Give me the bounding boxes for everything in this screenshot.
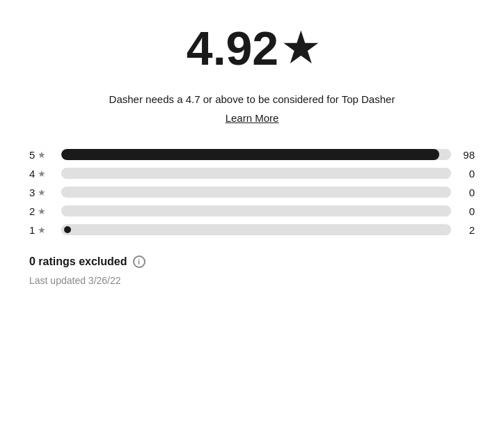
rating-number: 4.92 bbox=[187, 21, 278, 75]
excluded-row: 0 ratings excluded i bbox=[15, 255, 489, 268]
bar-dot-1 bbox=[64, 226, 71, 233]
bar-row-2: 2★0 bbox=[29, 205, 475, 217]
bar-label-2: 2★ bbox=[29, 205, 54, 217]
bar-label-1: 1★ bbox=[29, 224, 54, 236]
bar-label-3: 3★ bbox=[29, 187, 54, 198]
bar-star-icon: ★ bbox=[38, 150, 46, 160]
bar-row-1: 1★2 bbox=[29, 224, 475, 236]
bar-number: 1 bbox=[29, 224, 35, 236]
rating-star-icon: ★ bbox=[283, 26, 317, 71]
last-updated: Last updated 3/26/22 bbox=[15, 275, 489, 286]
bar-star-icon: ★ bbox=[38, 187, 46, 198]
learn-more-link[interactable]: Learn More bbox=[226, 112, 279, 124]
bar-row-4: 4★0 bbox=[29, 168, 475, 180]
info-icon[interactable]: i bbox=[133, 255, 145, 268]
rating-score-display: 4.92 ★ bbox=[187, 21, 317, 75]
bar-number: 4 bbox=[29, 168, 35, 180]
bar-track-2 bbox=[61, 205, 451, 216]
bar-number: 2 bbox=[29, 205, 35, 217]
bar-track-4 bbox=[61, 168, 451, 179]
rating-subtitle: Dasher needs a 4.7 or above to be consid… bbox=[109, 92, 395, 108]
bar-track-1 bbox=[61, 224, 451, 235]
bar-star-icon: ★ bbox=[38, 168, 46, 179]
ratings-container: 4.92 ★ Dasher needs a 4.7 or above to be… bbox=[15, 21, 489, 286]
bar-label-4: 4★ bbox=[29, 168, 54, 180]
bar-row-5: 5★98 bbox=[29, 149, 475, 161]
bar-count-4: 0 bbox=[458, 168, 475, 180]
bar-count-2: 0 bbox=[458, 205, 475, 217]
bar-number: 3 bbox=[29, 187, 35, 198]
bar-star-icon: ★ bbox=[38, 225, 46, 235]
excluded-text: 0 ratings excluded bbox=[29, 255, 127, 268]
bar-star-icon: ★ bbox=[38, 206, 46, 216]
bar-count-1: 2 bbox=[458, 224, 475, 236]
bar-fill-5 bbox=[61, 149, 439, 160]
bar-track-3 bbox=[61, 187, 451, 198]
bar-count-3: 0 bbox=[458, 187, 475, 198]
bar-row-3: 3★0 bbox=[29, 187, 475, 198]
rating-bars: 5★984★03★02★01★2 bbox=[15, 149, 489, 236]
bar-count-5: 98 bbox=[458, 149, 475, 161]
bar-label-5: 5★ bbox=[29, 149, 54, 161]
bar-track-5 bbox=[61, 149, 451, 160]
bar-number: 5 bbox=[29, 149, 35, 161]
